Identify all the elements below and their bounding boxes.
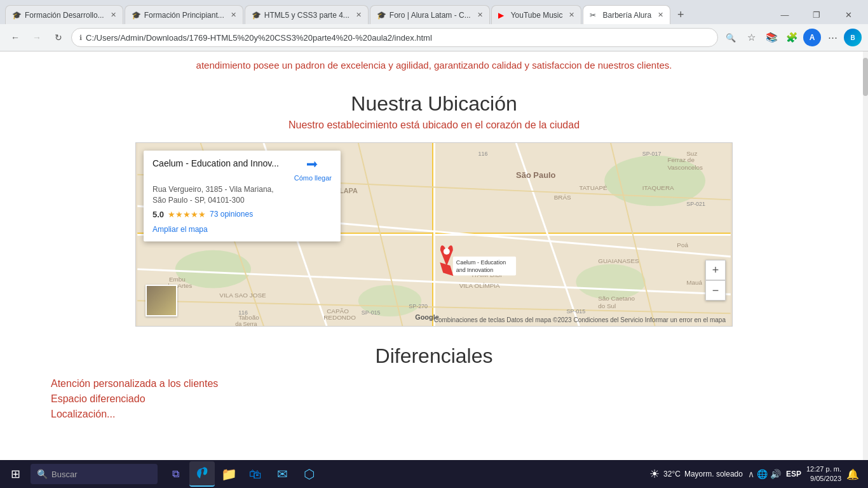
zoom-in-button[interactable]: + bbox=[705, 260, 726, 280]
tab-close-6[interactable]: ✕ bbox=[658, 11, 663, 19]
tab-favicon-4: 🎓 bbox=[377, 11, 386, 20]
rating-number: 5.0 bbox=[153, 210, 164, 219]
tab-label-4: Foro | Alura Latam - C... bbox=[390, 11, 471, 20]
svg-text:Ferraz de: Ferraz de bbox=[667, 156, 695, 163]
svg-text:LAPA: LAPA bbox=[339, 187, 358, 194]
weather-temp: 32°C bbox=[663, 470, 681, 478]
svg-text:Caelum - Education: Caelum - Education bbox=[456, 259, 506, 266]
tab-youtube-music[interactable]: ▶ YouTube Music ✕ bbox=[491, 5, 582, 24]
address-bar[interactable]: ℹ C:/Users/Admin/Downloads/1769-HTML5%20… bbox=[71, 28, 718, 47]
lock-icon: ℹ bbox=[79, 34, 82, 42]
forward-button[interactable]: → bbox=[28, 29, 46, 46]
minimize-button[interactable]: — bbox=[770, 5, 799, 24]
svg-text:SP-021: SP-021 bbox=[686, 201, 705, 207]
tab-formacion-principiante[interactable]: 🎓 Formación Principiant... ✕ bbox=[125, 5, 243, 24]
diferencial-item-3[interactable]: Localización... bbox=[25, 409, 843, 420]
refresh-button[interactable]: ↻ bbox=[50, 29, 67, 46]
time-display: 12:27 p. m. bbox=[806, 464, 841, 474]
svg-text:116: 116 bbox=[478, 151, 488, 157]
svg-text:SP-015: SP-015 bbox=[567, 308, 586, 315]
tab-favicon-5: ▶ bbox=[498, 11, 507, 20]
profile-icon[interactable]: A bbox=[803, 29, 821, 46]
window-controls: — ❐ ✕ bbox=[770, 5, 863, 24]
address-text: C:/Users/Admin/Downloads/1769-HTML5%20y%… bbox=[86, 33, 710, 43]
svg-text:Poá: Poá bbox=[677, 241, 688, 248]
scrollbar[interactable] bbox=[863, 51, 868, 461]
taskbar-apps: ⧉ 📁 🛍 ✉ ⬡ bbox=[163, 461, 322, 487]
copilot-icon[interactable]: 🔍 bbox=[722, 29, 740, 46]
top-paragraph: atendimiento posee un padron de excelenc… bbox=[25, 51, 843, 79]
reviews-link[interactable]: 73 opiniones bbox=[210, 210, 253, 219]
favorites-icon[interactable]: ☆ bbox=[742, 29, 760, 46]
volume-icon[interactable]: 🔊 bbox=[770, 469, 781, 479]
taskbar-edge[interactable] bbox=[189, 461, 215, 487]
taskbar: ⊞ 🔍 Buscar ⧉ 📁 🛍 ✉ ⬡ ☀ 32°C Mayorm. sole… bbox=[0, 460, 868, 488]
tab-barberia-alura[interactable]: ✂ Barbería Alura ✕ bbox=[583, 5, 670, 24]
collections-icon[interactable]: 📚 bbox=[763, 29, 780, 46]
tab-label-3: HTML5 y CSS3 parte 4... bbox=[264, 11, 349, 20]
taskbar-store[interactable]: 🛍 bbox=[243, 461, 268, 487]
back-button[interactable]: ← bbox=[6, 29, 24, 46]
tab-close-5[interactable]: ✕ bbox=[569, 11, 574, 19]
chevron-up-icon[interactable]: ∧ bbox=[748, 469, 754, 479]
tab-formacion-desarrollo[interactable]: 🎓 Formación Desarrollo... ✕ bbox=[5, 5, 123, 24]
clock[interactable]: 12:27 p. m. 9/05/2023 bbox=[806, 464, 841, 484]
svg-text:Suz: Suz bbox=[686, 150, 697, 157]
tab-bar: 🎓 Formación Desarrollo... ✕ 🎓 Formación … bbox=[0, 0, 868, 24]
tab-html5[interactable]: 🎓 HTML5 y CSS3 parte 4... ✕ bbox=[245, 5, 369, 24]
svg-text:GUAIANASES: GUAIANASES bbox=[598, 257, 639, 264]
tab-label-2: Formación Principiant... bbox=[144, 11, 224, 20]
svg-text:SP-017: SP-017 bbox=[642, 151, 661, 157]
tab-favicon-1: 🎓 bbox=[12, 11, 21, 20]
browser-chrome: 🎓 Formación Desarrollo... ✕ 🎓 Formación … bbox=[0, 0, 868, 51]
diferencial-item-2[interactable]: Espacio diferenciado bbox=[25, 393, 843, 405]
notification-icon[interactable]: 🔔 bbox=[846, 468, 859, 480]
map-thumbnail[interactable] bbox=[146, 285, 177, 316]
language-indicator[interactable]: ESP bbox=[786, 470, 801, 478]
start-button[interactable]: ⊞ bbox=[3, 461, 28, 487]
page-content: atendimiento posee un padron de excelenc… bbox=[0, 51, 868, 461]
scrollbar-thumb[interactable] bbox=[863, 58, 868, 96]
map-container[interactable]: SP-270 116 SP-015 116 SP-017 SP-021 SP-0… bbox=[135, 142, 733, 327]
svg-text:REDONDO: REDONDO bbox=[323, 314, 356, 321]
taskbar-search-box[interactable]: 🔍 Buscar bbox=[31, 464, 158, 484]
svg-text:do Sul: do Sul bbox=[598, 302, 616, 309]
taskbar-mail[interactable]: ✉ bbox=[269, 461, 295, 487]
map-zoom-controls: + − bbox=[705, 260, 726, 301]
omnibox-row: ← → ↻ ℹ C:/Users/Admin/Downloads/1769-HT… bbox=[0, 24, 868, 51]
diferencial-item-1[interactable]: Atención personalizada a los clientes bbox=[25, 378, 843, 390]
taskbar-search-icon: 🔍 bbox=[37, 469, 48, 479]
taskbar-vscode[interactable]: ⬡ bbox=[296, 461, 322, 487]
svg-text:São Paulo: São Paulo bbox=[516, 170, 556, 180]
place-rating: 5.0 ★★★★★ 73 opiniones bbox=[153, 210, 332, 219]
taskbar-file-explorer[interactable]: 📁 bbox=[216, 461, 241, 487]
tab-close-1[interactable]: ✕ bbox=[111, 11, 116, 19]
edge-copilot-icon[interactable]: B bbox=[844, 29, 862, 46]
network-icon[interactable]: 🌐 bbox=[757, 469, 768, 479]
close-button[interactable]: ✕ bbox=[834, 5, 863, 24]
directions-icon: ⮕ bbox=[306, 158, 319, 173]
directions-button[interactable]: ⮕ Cómo llegar bbox=[294, 158, 332, 182]
svg-text:VILA OLÍMPIA: VILA OLÍMPIA bbox=[459, 282, 500, 289]
star-icons: ★★★★★ bbox=[168, 210, 206, 219]
svg-text:Vasconcelos: Vasconcelos bbox=[667, 164, 703, 171]
svg-point-52 bbox=[444, 266, 450, 273]
taskbar-taskview[interactable]: ⧉ bbox=[163, 461, 188, 487]
svg-point-4 bbox=[576, 264, 645, 300]
svg-text:BRÁS: BRÁS bbox=[554, 194, 571, 201]
settings-more-icon[interactable]: ⋯ bbox=[824, 29, 841, 46]
tab-foro[interactable]: 🎓 Foro | Alura Latam - C... ✕ bbox=[370, 5, 490, 24]
zoom-out-button[interactable]: − bbox=[705, 280, 726, 301]
weather-desc: Mayorm. soleado bbox=[684, 470, 743, 478]
expand-map-link[interactable]: Ampliar el mapa bbox=[153, 225, 208, 234]
location-subtitle: Nuestro establecimiento está ubicado en … bbox=[25, 119, 843, 131]
taskbar-weather[interactable]: ☀ 32°C Mayorm. soleado bbox=[649, 467, 743, 481]
tab-close-4[interactable]: ✕ bbox=[477, 11, 483, 19]
tab-close-3[interactable]: ✕ bbox=[356, 11, 362, 19]
new-tab-button[interactable]: + bbox=[672, 6, 689, 24]
tab-close-2[interactable]: ✕ bbox=[231, 11, 236, 19]
extensions-icon[interactable]: 🧩 bbox=[783, 29, 801, 46]
map-info-box: Caelum - Education and Innov... ⮕ Cómo l… bbox=[144, 151, 341, 241]
place-address: Rua Vergueiro, 3185 - Vila Mariana, São … bbox=[153, 184, 332, 206]
maximize-button[interactable]: ❐ bbox=[802, 5, 831, 24]
